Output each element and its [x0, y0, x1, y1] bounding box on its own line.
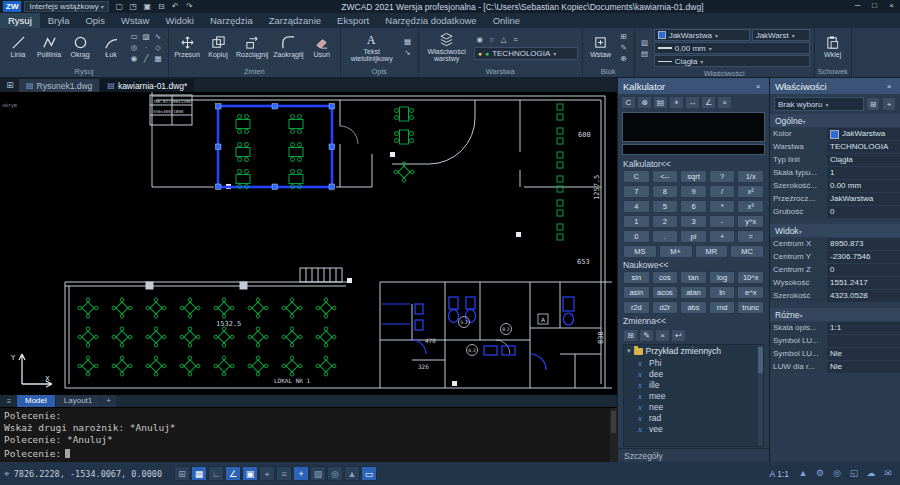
property-row[interactable]: Symbol LU... Nie [770, 348, 900, 360]
maximize-button[interactable]: □ [866, 0, 883, 13]
arc-tool[interactable]: Łuk [97, 29, 125, 65]
move-tool[interactable]: Przesuń [173, 29, 201, 65]
save-icon[interactable]: ▣ [141, 1, 154, 12]
selected-polyline[interactable] [216, 104, 335, 190]
angle-icon[interactable]: ∠ [701, 96, 716, 109]
annotation-toggle[interactable]: ▲ [344, 466, 360, 481]
lineweight-toggle[interactable]: ≡ [276, 466, 292, 481]
add-layout-button[interactable]: + [101, 395, 116, 407]
minimize-button[interactable]: ─ [849, 0, 866, 13]
calc-key[interactable]: pi [680, 230, 707, 243]
command-line[interactable]: Polecenie:Wskaż drugi narożnik: *Anuluj*… [0, 407, 617, 462]
line-tool[interactable]: Linia [4, 29, 32, 65]
panel-label-blok[interactable]: Blok [583, 66, 634, 77]
calc-basic-section[interactable]: Kalkulator<< [618, 157, 769, 170]
panel-label-zmien[interactable]: Zmień [169, 66, 340, 77]
model-paper-toggle[interactable]: ▭ [361, 466, 377, 481]
calc-sci-key[interactable]: r2d [623, 301, 650, 314]
property-row[interactable]: Centrum Y -2306.7546 [770, 251, 900, 263]
section-header-ogolne[interactable]: Ogólne [770, 114, 900, 127]
drawing-canvas[interactable]: 1532.5 653 830 1257.5 600 470 326 LOKAL … [0, 92, 617, 395]
layer-on-icon[interactable]: ◉ [474, 34, 486, 45]
tab-narzedzia-dodatkowe[interactable]: Narzędzia dodatkowe [377, 13, 484, 28]
calc-key[interactable]: 6 [680, 200, 707, 213]
calc-sci-key[interactable]: acos [652, 286, 679, 299]
point-icon[interactable]: · [140, 42, 152, 53]
property-row[interactable]: Skala opis... 1:1 [770, 322, 900, 334]
calc-key[interactable]: 4 [623, 200, 650, 213]
tab-narzedzia[interactable]: Narzędzia [202, 13, 261, 28]
calc-key[interactable]: 1 [623, 215, 650, 228]
layer-lock-icon[interactable]: △ [498, 34, 510, 45]
calc-key[interactable]: sqrt [680, 170, 707, 183]
calc-key[interactable]: y^x [737, 215, 764, 228]
message-icon[interactable]: ✉ [880, 466, 896, 481]
properties-palette-icon[interactable]: ▤ [639, 48, 651, 59]
polygon-icon[interactable]: ◇ [152, 42, 164, 53]
calc-sci-key[interactable]: asin [623, 286, 650, 299]
variable-item[interactable]: x dee [624, 368, 763, 379]
calc-sci-key[interactable]: d2r [652, 301, 679, 314]
attach-icon[interactable]: ⊕ [618, 53, 630, 64]
clear-icon[interactable]: C [621, 96, 636, 109]
tab-eksport[interactable]: Eksport [329, 13, 377, 28]
variable-item[interactable]: x mee [624, 390, 763, 401]
property-row[interactable]: Centrum X 8950.873 [770, 238, 900, 250]
calc-key[interactable]: x² [737, 185, 764, 198]
calc-return-icon[interactable]: ↩ [671, 329, 686, 342]
property-row[interactable]: Przeźrocz... JakWarstwa [770, 193, 900, 205]
ray-icon[interactable]: ╱ [140, 53, 152, 64]
calc-key[interactable]: 8 [652, 185, 679, 198]
calculator-titlebar[interactable]: Kalkulator × [618, 78, 769, 94]
grid-toggle[interactable]: ▦ [191, 466, 207, 481]
panel-label-rysuj[interactable]: Rysuj [0, 66, 168, 77]
match-properties-icon[interactable]: ▥ [639, 37, 651, 48]
calc-sci-key[interactable]: tan [680, 271, 707, 284]
variable-item[interactable]: x Phi [624, 357, 763, 368]
property-row[interactable]: Symbol LU... [770, 335, 900, 347]
variables-tree[interactable]: ▾ Przykład zmiennych x Phi x dee x ille … [623, 344, 764, 447]
variable-item[interactable]: x vee [624, 423, 763, 434]
variables-folder[interactable]: ▾ Przykład zmiennych [624, 345, 763, 357]
open-file-icon[interactable]: ◳ [127, 1, 140, 12]
calc-key[interactable]: 5 [652, 200, 679, 213]
clean-screen-icon[interactable]: ◱ [846, 466, 862, 481]
calc-sci-key[interactable]: cos [652, 271, 679, 284]
close-button[interactable]: × [883, 0, 900, 13]
doc-tab-kawiarnia[interactable]: ▤ kawiarnia-01.dwg* [100, 79, 194, 92]
selection-cycle-toggle[interactable]: ◎ [327, 466, 343, 481]
property-row[interactable]: Szerokość 4323.0528 [770, 290, 900, 302]
region-icon[interactable]: ▦ [152, 53, 164, 64]
rectangle-icon[interactable]: ▭ [128, 31, 140, 42]
calc-memory-key[interactable]: MS [623, 245, 657, 258]
redo-icon[interactable]: ↷ [183, 1, 196, 12]
calc-sci-key[interactable]: 10^x [737, 271, 764, 284]
property-row[interactable]: Skala typu... 1 [770, 167, 900, 179]
tab-bryla[interactable]: Bryła [40, 13, 78, 28]
dyn-input-toggle[interactable]: + [293, 466, 309, 481]
stretch-tool[interactable]: Rozciągnij [235, 29, 269, 65]
table-icon[interactable]: ▦ [402, 36, 414, 47]
donut-icon[interactable]: ◉ [128, 53, 140, 64]
select-objects-button[interactable]: + [882, 97, 896, 111]
command-scrollbar[interactable] [610, 408, 617, 462]
quick-select-button[interactable]: ⊞ [866, 97, 880, 111]
transparency-toggle[interactable]: ▨ [310, 466, 326, 481]
variable-item[interactable]: x nee [624, 401, 763, 412]
calc-key[interactable]: <-- [652, 170, 679, 183]
mtext-tool[interactable]: A Tekst wielolinijkowy [345, 29, 399, 65]
erase-tool[interactable]: Usuń [308, 29, 336, 65]
tab-wstaw[interactable]: Wstaw [113, 13, 158, 28]
tab-zarzadzanie[interactable]: Zarządzanie [261, 13, 329, 28]
lineweight-dropdown[interactable]: 0,00 mm [654, 42, 810, 54]
edit-variable-icon[interactable]: ✎ [639, 329, 654, 342]
section-header-rozne[interactable]: Różne [770, 308, 900, 321]
calc-scientific-section[interactable]: Naukowe<< [618, 258, 769, 271]
calc-sci-key[interactable]: ln [709, 286, 736, 299]
cloud-icon[interactable]: ☁ [863, 466, 879, 481]
layer-dropdown[interactable]: TECHNOLOGIA [474, 47, 578, 60]
calc-key[interactable]: - [709, 215, 736, 228]
calc-key[interactable]: / [709, 185, 736, 198]
calc-key[interactable]: x³ [737, 200, 764, 213]
layer-properties-tool[interactable]: Właściwości warstwy [423, 29, 471, 65]
